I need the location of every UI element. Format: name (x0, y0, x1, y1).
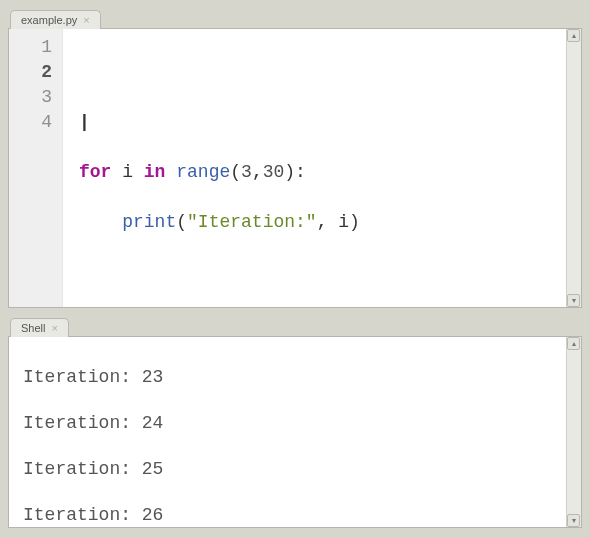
shell-line: Iteration: 26 (23, 504, 566, 527)
line-number: 2 (9, 60, 52, 85)
shell-line: Iteration: 25 (23, 458, 566, 481)
scroll-up-icon[interactable]: ▴ (567, 337, 580, 350)
editor-scrollbar[interactable]: ▴ ▾ (566, 29, 581, 307)
editor-pane: example.py × 1 2 3 4 | for i in range(3,… (8, 6, 582, 308)
scroll-up-icon[interactable]: ▴ (567, 29, 580, 42)
code-editor[interactable]: | for i in range(3,30): print("Iteration… (63, 29, 566, 307)
tab-label: example.py (21, 14, 77, 26)
close-icon[interactable]: × (83, 14, 89, 26)
line-number: 1 (9, 35, 52, 60)
tab-example-py[interactable]: example.py × (10, 10, 101, 29)
code-line-1 (79, 60, 566, 85)
shell-line: Iteration: 23 (23, 366, 566, 389)
line-number: 4 (9, 110, 52, 135)
editor-tabstrip: example.py × (8, 6, 582, 28)
code-line-2: | (79, 110, 566, 135)
close-icon[interactable]: × (51, 322, 57, 334)
code-line-3: for i in range(3,30): (79, 160, 566, 185)
editor-panel: 1 2 3 4 | for i in range(3,30): print("I… (8, 28, 582, 308)
line-number-gutter: 1 2 3 4 (9, 29, 63, 307)
tab-shell[interactable]: Shell × (10, 318, 69, 337)
code-line-4: print("Iteration:", i) (79, 210, 566, 235)
tab-label: Shell (21, 322, 45, 334)
line-number: 3 (9, 85, 52, 110)
shell-output[interactable]: Iteration: 23 Iteration: 24 Iteration: 2… (9, 337, 566, 527)
scroll-down-icon[interactable]: ▾ (567, 294, 580, 307)
shell-panel: Iteration: 23 Iteration: 24 Iteration: 2… (8, 336, 582, 528)
shell-scrollbar[interactable]: ▴ ▾ (566, 337, 581, 527)
scroll-down-icon[interactable]: ▾ (567, 514, 580, 527)
shell-line: Iteration: 24 (23, 412, 566, 435)
shell-pane: Shell × Iteration: 23 Iteration: 24 Iter… (8, 314, 582, 528)
shell-tabstrip: Shell × (8, 314, 582, 336)
